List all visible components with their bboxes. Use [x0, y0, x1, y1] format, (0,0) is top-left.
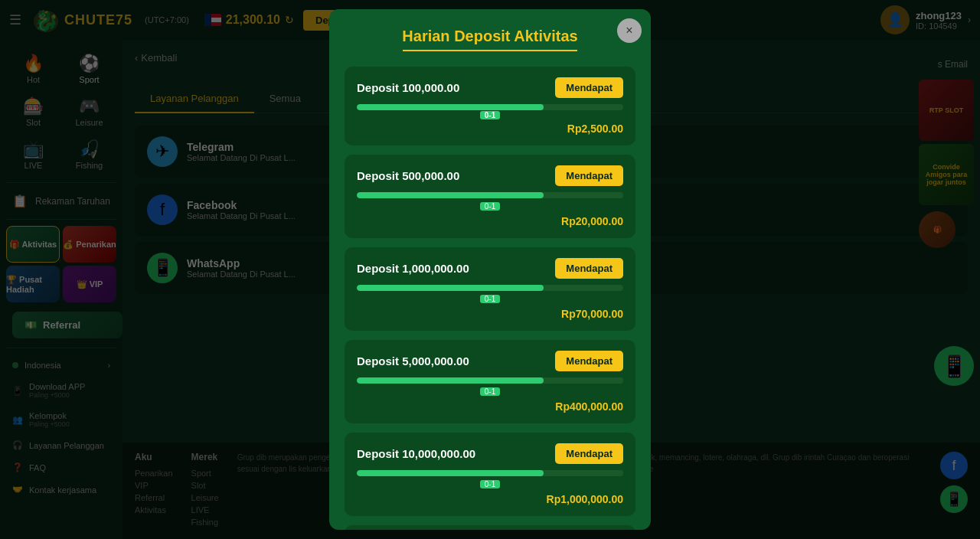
deposit-card-5: Deposit 10,000,000.00 Mendapat 0-1 Rp1,0…	[345, 433, 635, 516]
mendapat-button-4[interactable]: Mendapat	[555, 351, 623, 371]
deposit-card-2-label: Deposit 500,000.00	[357, 169, 459, 182]
deposit-card-2-amount: Rp20,000.00	[357, 215, 623, 227]
deposit-card-5-amount: Rp1,000,000.00	[357, 493, 623, 505]
progress-label-1: 0-1	[480, 111, 500, 119]
modal-title: Harian Deposit Aktivitas	[345, 28, 635, 45]
deposit-card-1-label: Deposit 100,000.00	[357, 81, 459, 94]
modal-overlay: × Harian Deposit Aktivitas Deposit 100,0…	[0, 0, 980, 539]
progress-label-2: 0-1	[480, 202, 500, 211]
deposit-modal: × Harian Deposit Aktivitas Deposit 100,0…	[329, 9, 651, 530]
mendapat-button-2[interactable]: Mendapat	[555, 165, 623, 186]
deposit-card-4-amount: Rp400,000.00	[357, 400, 623, 413]
deposit-card-3-label: Deposit 1,000,000.00	[357, 262, 469, 275]
progress-label-5: 0-1	[480, 480, 500, 488]
deposit-card-1: Deposit 100,000.00 Mendapat 0-1 Rp2,500.…	[345, 67, 635, 145]
deposit-card-4: Deposit 5,000,000.00 Mendapat 0-1 Rp400,…	[345, 340, 635, 423]
deposit-card-5-label: Deposit 10,000,000.00	[357, 447, 475, 460]
deposit-card-6: Deposit 50,000,000.00 Mendapat	[345, 525, 635, 530]
progress-label-3: 0-1	[480, 295, 500, 303]
deposit-card-3-amount: Rp70,000.00	[357, 308, 623, 320]
mendapat-button-1[interactable]: Mendapat	[555, 77, 623, 98]
progress-label-4: 0-1	[480, 387, 500, 396]
deposit-card-2: Deposit 500,000.00 Mendapat 0-1 Rp20,000…	[345, 155, 635, 238]
deposit-card-1-amount: Rp2,500.00	[357, 122, 623, 135]
deposit-card-1-progress: 0-1	[357, 104, 623, 119]
mendapat-button-3[interactable]: Mendapat	[555, 258, 623, 279]
deposit-card-4-label: Deposit 5,000,000.00	[357, 354, 469, 368]
mendapat-button-5[interactable]: Mendapat	[555, 443, 623, 464]
modal-title-underline	[403, 50, 577, 51]
modal-close-button[interactable]: ×	[617, 18, 642, 43]
deposit-card-3: Deposit 1,000,000.00 Mendapat 0-1 Rp70,0…	[345, 247, 635, 331]
deposit-card-1-header: Deposit 100,000.00 Mendapat	[357, 77, 623, 98]
